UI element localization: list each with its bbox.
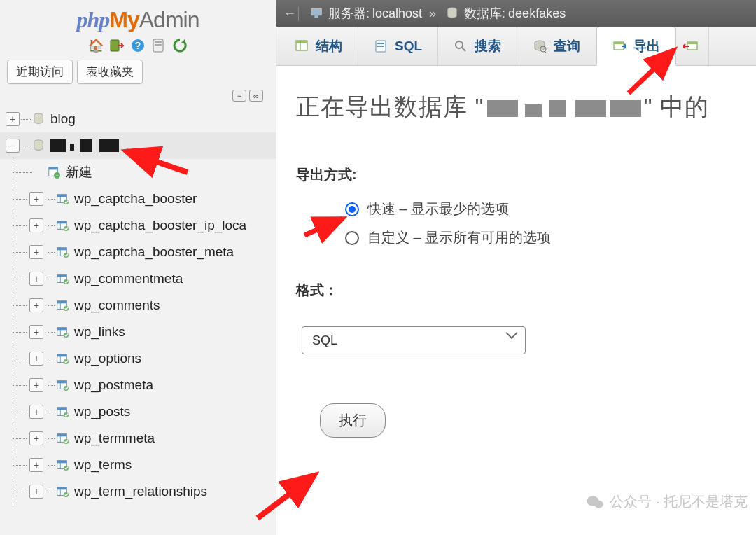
- table-icon: [56, 459, 69, 471]
- table-icon: [56, 219, 69, 232]
- svg-point-79: [595, 500, 604, 508]
- tab-label: SQL: [395, 39, 422, 54]
- svg-rect-5: [155, 44, 162, 46]
- svg-rect-33: [57, 328, 67, 331]
- table-label: wp_options: [74, 351, 141, 366]
- format-select[interactable]: SQL: [302, 326, 526, 354]
- expand-icon[interactable]: +: [29, 218, 43, 232]
- svg-line-73: [545, 51, 547, 53]
- expand-icon[interactable]: +: [29, 192, 43, 206]
- table-icon: [56, 405, 69, 418]
- structure-icon: [295, 39, 309, 53]
- logo-admin: Admin: [139, 7, 200, 32]
- table-row[interactable]: +wp_captcha_booster_meta: [0, 239, 276, 265]
- sql-icon[interactable]: [150, 37, 167, 54]
- wechat-icon: [586, 494, 604, 510]
- table-row[interactable]: +wp_posts: [0, 398, 276, 425]
- radio-custom-label[interactable]: 自定义 – 显示所有可用的选项: [368, 228, 551, 247]
- expand-icon[interactable]: +: [29, 298, 43, 312]
- collapse-icon[interactable]: −: [6, 139, 20, 153]
- table-row[interactable]: +wp_captcha_booster: [0, 186, 276, 212]
- db-node-selected[interactable]: −: [0, 132, 276, 159]
- tab-label: 搜索: [475, 37, 501, 55]
- query-icon: [533, 39, 547, 53]
- logo-php: php: [77, 7, 110, 32]
- table-row[interactable]: +wp_comments: [0, 292, 276, 319]
- back-icon[interactable]: ←: [284, 6, 299, 21]
- collapse-all-icon[interactable]: −: [232, 90, 246, 102]
- expand-icon[interactable]: +: [29, 431, 43, 445]
- link-icon[interactable]: ∞: [249, 90, 263, 102]
- export-method-title: 导出方式:: [296, 165, 736, 184]
- table-row[interactable]: +wp_captcha_booster_ip_loca: [0, 212, 276, 239]
- watermark: 公众号 · 托尼不是塔克: [586, 492, 748, 511]
- tab-export[interactable]: 导出: [596, 27, 676, 66]
- expand-icon[interactable]: +: [29, 378, 43, 392]
- table-row[interactable]: +wp_termmeta: [0, 425, 276, 452]
- database-icon: [446, 7, 458, 20]
- tree-new[interactable]: + 新建: [0, 159, 276, 186]
- table-icon: [56, 352, 69, 365]
- logout-icon[interactable]: [108, 37, 125, 54]
- server-icon: [310, 7, 323, 20]
- db-label-redacted: [50, 138, 120, 153]
- db-tree: + blog −: [0, 106, 276, 505]
- svg-rect-64: [296, 41, 307, 43]
- db-node-blog[interactable]: + blog: [0, 106, 276, 132]
- tab-sql[interactable]: SQL: [358, 27, 438, 65]
- table-row[interactable]: +wp_term_relationships: [0, 478, 276, 505]
- radio-custom[interactable]: [345, 231, 359, 245]
- table-label: wp_postmeta: [74, 377, 153, 393]
- sql-icon: [374, 39, 388, 53]
- tab-more[interactable]: [676, 27, 709, 65]
- svg-rect-37: [57, 354, 67, 357]
- tab-label: 查询: [554, 37, 580, 55]
- execute-button[interactable]: 执行: [320, 403, 386, 438]
- svg-rect-4: [155, 41, 162, 43]
- expand-icon[interactable]: +: [29, 325, 43, 339]
- table-label: wp_comments: [74, 298, 160, 313]
- tab-recent[interactable]: 近期访问: [7, 60, 73, 84]
- expand-icon[interactable]: +: [29, 352, 43, 366]
- table-row[interactable]: +wp_commentmeta: [0, 265, 276, 292]
- new-label: 新建: [66, 163, 92, 181]
- tab-search[interactable]: 搜索: [438, 27, 517, 65]
- table-row[interactable]: +wp_postmeta: [0, 372, 276, 398]
- bc-server-label: 服务器:: [328, 5, 370, 22]
- svg-point-69: [456, 41, 463, 48]
- expand-icon[interactable]: +: [29, 272, 43, 286]
- search-icon: [454, 39, 468, 53]
- new-table-icon: +: [48, 166, 60, 179]
- svg-rect-61: [314, 15, 318, 18]
- database-icon: [32, 113, 45, 125]
- table-row[interactable]: +wp_links: [0, 319, 276, 345]
- table-label: wp_links: [74, 324, 125, 340]
- svg-rect-60: [312, 9, 321, 15]
- home-icon[interactable]: 🏠: [88, 37, 104, 54]
- expand-icon[interactable]: +: [6, 112, 20, 126]
- svg-rect-45: [57, 408, 67, 410]
- table-icon: [56, 326, 69, 338]
- refresh-icon[interactable]: [172, 37, 188, 54]
- table-icon: [56, 432, 69, 445]
- expand-icon[interactable]: +: [29, 485, 43, 499]
- table-row[interactable]: +wp_terms: [0, 452, 276, 478]
- svg-rect-9: [49, 167, 58, 170]
- bc-server-value[interactable]: localhost: [372, 6, 422, 21]
- tab-query[interactable]: 查询: [517, 27, 596, 65]
- help-icon[interactable]: ?: [130, 37, 146, 54]
- radio-quick-label[interactable]: 快速 – 显示最少的选项: [368, 200, 509, 218]
- table-label: wp_posts: [74, 404, 130, 419]
- main-panel: ← 服务器: localhost » 数据库: deekfakes 结构: [276, 0, 756, 535]
- page-title: 正在导出数据库 "" 中的: [296, 91, 736, 123]
- radio-quick[interactable]: [345, 202, 359, 216]
- expand-icon[interactable]: +: [29, 458, 43, 472]
- svg-rect-75: [614, 42, 624, 44]
- tab-structure[interactable]: 结构: [279, 27, 358, 65]
- bc-db-value[interactable]: deekfakes: [508, 6, 566, 21]
- table-row[interactable]: +wp_options: [0, 345, 276, 372]
- expand-icon[interactable]: +: [29, 405, 43, 419]
- expand-icon[interactable]: +: [29, 245, 43, 259]
- tab-favorites[interactable]: 表收藏夹: [77, 60, 143, 84]
- svg-rect-21: [57, 248, 67, 251]
